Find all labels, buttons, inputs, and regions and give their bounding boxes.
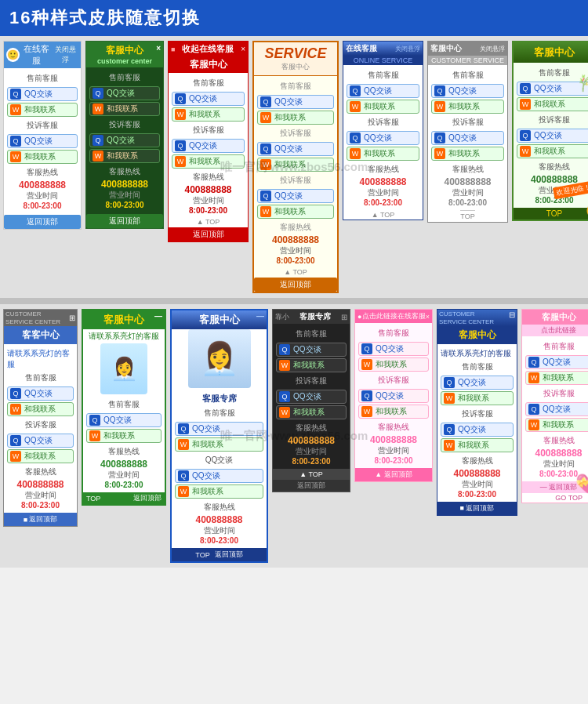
b2-hotline: 客服热线	[86, 445, 162, 459]
b1-contact2[interactable]: W和我联系	[7, 449, 74, 463]
b4-contact2[interactable]: W和我联系	[276, 405, 347, 419]
close-3[interactable]: ×	[241, 45, 245, 53]
contact-4[interactable]: W和我联系	[257, 111, 334, 125]
b1-back[interactable]: ■返回顶部	[4, 513, 77, 526]
qq-btn-1b[interactable]: QQQ交谈	[7, 134, 78, 148]
b5-biz-label: 营业时间	[358, 445, 429, 456]
b5-contact[interactable]: W和我联系	[358, 357, 429, 372]
b2-qq[interactable]: QQQ交谈	[86, 413, 162, 427]
b7-contact[interactable]: W和我联系	[525, 371, 588, 385]
back-top-2[interactable]: 返回顶部	[86, 214, 163, 228]
contact-6b[interactable]: W和我联系	[431, 147, 504, 161]
qq-4c[interactable]: QQQ交谈	[257, 189, 334, 203]
b6-contact[interactable]: W和我联系	[441, 391, 514, 405]
page-header: 16种样式皮肤随意切换	[0, 0, 588, 36]
back-top-1[interactable]: 返回顶部	[4, 215, 81, 229]
b2-contact[interactable]: W和我联系	[86, 429, 162, 443]
b3-biz-hours: 8:00-23:00	[175, 536, 263, 545]
b5-back[interactable]: ▲ 返回顶部	[355, 468, 432, 481]
contact-btn-2b[interactable]: W和我联系	[89, 149, 160, 163]
qq-btn-1[interactable]: QQQ交谈	[7, 87, 78, 101]
b6-hint: 请联系系亮灯的客服	[441, 347, 514, 360]
float-label-1[interactable]: 关闭悬浮	[53, 45, 78, 65]
hotline-6: 客服热线	[431, 162, 504, 176]
b6-qq[interactable]: QQQ交谈	[441, 376, 514, 390]
b1-biz-hours: 8:00-23:00	[7, 501, 74, 510]
b3-minus[interactable]: —	[256, 312, 264, 321]
b7-click[interactable]: 点击此链接	[522, 325, 588, 336]
qq-5b[interactable]: QQQ交谈	[347, 131, 419, 145]
hotline-number-1: 400888888	[7, 180, 78, 191]
b4-hotline: 客服热线	[276, 421, 347, 435]
b3-qq2b[interactable]: QQQ交谈	[175, 469, 263, 483]
b5-qq[interactable]: QQQ交谈	[358, 342, 429, 356]
contact-btn-2[interactable]: W和我联系	[89, 102, 160, 116]
back-top-7[interactable]: TOP	[514, 208, 588, 220]
b2-biz-hours: 8:00-23:00	[86, 481, 162, 489]
b5-close[interactable]: ×	[426, 313, 430, 321]
qq-btn-2[interactable]: QQQ交谈	[89, 86, 160, 100]
b7-qq[interactable]: QQQ交谈	[525, 355, 588, 369]
contact-3[interactable]: W和我联系	[172, 107, 245, 122]
b3-contact2[interactable]: W和我联系	[175, 484, 263, 499]
qq-3b[interactable]: QQQ交谈	[172, 139, 245, 153]
back-top-3[interactable]: 返回顶部	[169, 227, 248, 241]
qq-6b[interactable]: QQQ交谈	[431, 131, 504, 145]
b3-top[interactable]: TOP	[195, 551, 209, 559]
biz-label-2: 营业时间	[89, 190, 160, 201]
contact-6[interactable]: W和我联系	[431, 100, 504, 114]
contact-btn-1b[interactable]: W和我联系	[7, 150, 78, 164]
complaint2-4: 投诉客服	[257, 173, 334, 187]
b2-minus[interactable]: —	[154, 312, 162, 321]
b4-back2[interactable]: 返回顶部	[273, 480, 350, 492]
b4-back[interactable]: ▲ TOP	[273, 469, 350, 480]
contact-btn-1[interactable]: W和我联系	[7, 103, 78, 117]
qq-3[interactable]: QQQ交谈	[172, 92, 245, 106]
b7-contact2[interactable]: W和我联系	[525, 418, 588, 432]
b4-qq[interactable]: QQQ交谈	[276, 343, 347, 357]
contact-3b[interactable]: W和我联系	[172, 154, 245, 169]
qq-4b[interactable]: QQQ交谈	[257, 142, 334, 156]
b6-back[interactable]: ■ 返回顶部	[437, 502, 517, 515]
contact-7b[interactable]: W和我联系	[517, 144, 588, 158]
b4-contact[interactable]: W和我联系	[276, 358, 347, 372]
presale-label-1: 售前客服	[7, 71, 78, 85]
contact-5b[interactable]: W和我联系	[347, 147, 419, 161]
b6-contact2[interactable]: W和我联系	[441, 438, 514, 452]
back-top-4[interactable]: 返回顶部	[254, 278, 337, 292]
qq-6[interactable]: QQQ交谈	[431, 84, 504, 98]
contact-5[interactable]: W和我联系	[347, 100, 419, 114]
b6-expand[interactable]: ⊟	[509, 310, 515, 319]
b1-expand[interactable]: ⊞	[69, 314, 75, 322]
widget-5-float[interactable]: 关闭悬浮	[395, 45, 420, 53]
b3-agent-img: 👩‍💼	[188, 329, 251, 388]
qq-btn-2b[interactable]: QQQ交谈	[89, 133, 160, 147]
b2-back[interactable]: 返回顶部	[133, 493, 162, 503]
b7-qq2[interactable]: QQQ交谈	[525, 402, 588, 416]
b3-qq[interactable]: QQQ交谈	[175, 422, 263, 436]
b1-qq2[interactable]: QQQ交谈	[7, 434, 74, 448]
qq-5[interactable]: QQQ交谈	[347, 84, 419, 98]
widget-6: 客服中心 关闭悬浮 CUSTOMER SERVICE 售前客服 QQQ交谈 W和…	[427, 41, 508, 223]
widget-6-float[interactable]: 关闭悬浮	[480, 45, 505, 53]
b4-expand[interactable]: ⊞	[341, 313, 347, 321]
b1-contact[interactable]: W和我联系	[7, 402, 74, 416]
contact-7[interactable]: W和我联系	[517, 97, 588, 111]
b6-qq2[interactable]: QQQ交谈	[441, 423, 514, 437]
contact-4b[interactable]: W和我联系	[257, 158, 334, 172]
b1-qq[interactable]: QQQ交谈	[7, 386, 74, 401]
b2-top[interactable]: TOP	[86, 495, 100, 503]
complaint-4: 投诉客服	[257, 126, 334, 140]
b5-qq2[interactable]: QQQ交谈	[358, 389, 429, 403]
b4-mini-label: 靠小	[275, 312, 289, 322]
b4-qq2[interactable]: QQQ交谈	[276, 390, 347, 404]
presale-4: 售前客服	[257, 79, 334, 93]
qq-4[interactable]: QQQ交谈	[257, 95, 334, 109]
contact-4c[interactable]: W和我联系	[257, 205, 334, 219]
biz-label-6: 营业时间	[431, 187, 504, 198]
b5-contact2[interactable]: W和我联系	[358, 405, 429, 419]
b3-contact[interactable]: W和我联系	[175, 437, 263, 452]
b3-back[interactable]: 返回顶部	[215, 550, 243, 560]
close-btn-2[interactable]: ×	[156, 44, 161, 53]
qq-7b[interactable]: QQQ交谈	[517, 129, 588, 143]
